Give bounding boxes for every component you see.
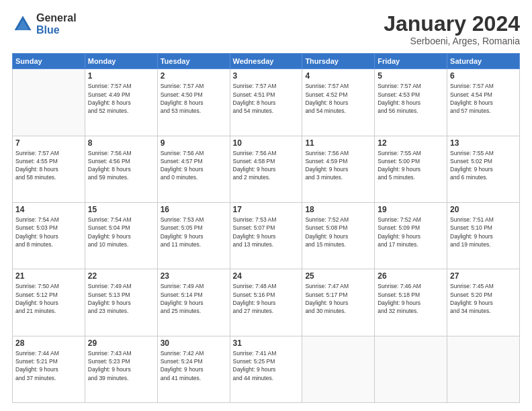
day-number: 25 [305,271,371,281]
table-row: 24Sunrise: 7:48 AMSunset: 5:16 PMDayligh… [230,269,302,336]
calendar-week-row: 7Sunrise: 7:57 AMSunset: 4:55 PMDaylight… [13,136,520,202]
day-info: Sunrise: 7:52 AMSunset: 5:08 PMDaylight:… [305,216,371,248]
day-number: 7 [15,138,82,148]
table-row: 1Sunrise: 7:57 AMSunset: 4:49 PMDaylight… [85,69,157,136]
day-number: 30 [161,338,227,348]
table-row: 31Sunrise: 7:41 AMSunset: 5:25 PMDayligh… [230,336,302,402]
logo-icon [12,13,34,35]
day-info: Sunrise: 7:46 AMSunset: 5:18 PMDaylight:… [378,282,444,315]
day-number: 16 [161,205,227,214]
table-row: 25Sunrise: 7:47 AMSunset: 5:17 PMDayligh… [302,269,375,336]
table-row: 17Sunrise: 7:53 AMSunset: 5:07 PMDayligh… [230,202,302,269]
day-info: Sunrise: 7:57 AMSunset: 4:54 PMDaylight:… [450,82,517,115]
day-number: 8 [88,138,154,148]
day-number: 9 [161,138,227,148]
day-info: Sunrise: 7:53 AMSunset: 5:07 PMDaylight:… [233,216,300,248]
table-row [13,69,85,136]
table-row: 22Sunrise: 7:49 AMSunset: 5:13 PMDayligh… [85,269,157,336]
table-row: 7Sunrise: 7:57 AMSunset: 4:55 PMDaylight… [13,136,85,202]
day-number: 6 [450,71,517,81]
table-row: 23Sunrise: 7:49 AMSunset: 5:14 PMDayligh… [157,269,230,336]
header: General Blue January 2024 Serboeni, Arge… [12,12,520,46]
day-number: 28 [15,338,82,348]
day-number: 18 [305,205,371,214]
table-row: 11Sunrise: 7:56 AMSunset: 4:59 PMDayligh… [302,136,375,202]
day-number: 27 [450,271,517,281]
calendar-title: January 2024 [384,12,520,36]
day-info: Sunrise: 7:41 AMSunset: 5:25 PMDaylight:… [233,349,300,382]
calendar-header-row: Sunday Monday Tuesday Wednesday Thursday… [13,54,520,69]
table-row: 16Sunrise: 7:53 AMSunset: 5:05 PMDayligh… [157,202,230,269]
day-info: Sunrise: 7:52 AMSunset: 5:09 PMDaylight:… [378,216,444,248]
table-row: 6Sunrise: 7:57 AMSunset: 4:54 PMDaylight… [447,69,520,136]
table-row [375,336,447,402]
day-number: 1 [88,71,154,81]
day-info: Sunrise: 7:54 AMSunset: 5:03 PMDaylight:… [15,216,82,248]
table-row: 14Sunrise: 7:54 AMSunset: 5:03 PMDayligh… [13,202,85,269]
calendar-table: Sunday Monday Tuesday Wednesday Thursday… [12,53,520,403]
day-info: Sunrise: 7:57 AMSunset: 4:55 PMDaylight:… [15,149,82,182]
day-info: Sunrise: 7:56 AMSunset: 4:57 PMDaylight:… [161,149,227,182]
day-number: 20 [450,205,517,214]
header-sunday: Sunday [13,54,85,69]
header-monday: Monday [85,54,157,69]
day-info: Sunrise: 7:55 AMSunset: 5:02 PMDaylight:… [450,149,517,182]
day-info: Sunrise: 7:57 AMSunset: 4:53 PMDaylight:… [378,82,444,115]
day-info: Sunrise: 7:57 AMSunset: 4:51 PMDaylight:… [233,82,300,115]
day-number: 3 [233,71,300,81]
table-row: 4Sunrise: 7:57 AMSunset: 4:52 PMDaylight… [302,69,375,136]
table-row: 19Sunrise: 7:52 AMSunset: 5:09 PMDayligh… [375,202,447,269]
calendar-week-row: 28Sunrise: 7:44 AMSunset: 5:21 PMDayligh… [13,336,520,402]
calendar-week-row: 1Sunrise: 7:57 AMSunset: 4:49 PMDaylight… [13,69,520,136]
table-row: 9Sunrise: 7:56 AMSunset: 4:57 PMDaylight… [157,136,230,202]
day-number: 19 [378,205,444,214]
day-number: 10 [233,138,300,148]
table-row: 2Sunrise: 7:57 AMSunset: 4:50 PMDaylight… [157,69,230,136]
page: General Blue January 2024 Serboeni, Arge… [0,0,532,411]
table-row: 12Sunrise: 7:55 AMSunset: 5:00 PMDayligh… [375,136,447,202]
table-row: 5Sunrise: 7:57 AMSunset: 4:53 PMDaylight… [375,69,447,136]
day-info: Sunrise: 7:55 AMSunset: 5:00 PMDaylight:… [378,149,444,182]
day-number: 22 [88,271,154,281]
day-number: 5 [378,71,444,81]
table-row: 26Sunrise: 7:46 AMSunset: 5:18 PMDayligh… [375,269,447,336]
table-row: 30Sunrise: 7:42 AMSunset: 5:24 PMDayligh… [157,336,230,402]
day-number: 26 [378,271,444,281]
table-row: 8Sunrise: 7:56 AMSunset: 4:56 PMDaylight… [85,136,157,202]
day-info: Sunrise: 7:45 AMSunset: 5:20 PMDaylight:… [450,282,517,315]
calendar-location: Serboeni, Arges, Romania [384,36,520,46]
day-info: Sunrise: 7:50 AMSunset: 5:12 PMDaylight:… [15,282,82,315]
header-wednesday: Wednesday [230,54,302,69]
day-number: 17 [233,205,300,214]
table-row [302,336,375,402]
day-number: 11 [305,138,371,148]
table-row: 15Sunrise: 7:54 AMSunset: 5:04 PMDayligh… [85,202,157,269]
day-number: 12 [378,138,444,148]
header-friday: Friday [375,54,447,69]
logo-text: General Blue [36,12,77,36]
calendar-week-row: 14Sunrise: 7:54 AMSunset: 5:03 PMDayligh… [13,202,520,269]
logo: General Blue [12,12,77,36]
day-info: Sunrise: 7:51 AMSunset: 5:10 PMDaylight:… [450,216,517,248]
day-info: Sunrise: 7:56 AMSunset: 4:58 PMDaylight:… [233,149,300,182]
table-row: 18Sunrise: 7:52 AMSunset: 5:08 PMDayligh… [302,202,375,269]
table-row: 28Sunrise: 7:44 AMSunset: 5:21 PMDayligh… [13,336,85,402]
table-row: 27Sunrise: 7:45 AMSunset: 5:20 PMDayligh… [447,269,520,336]
day-number: 13 [450,138,517,148]
table-row: 29Sunrise: 7:43 AMSunset: 5:23 PMDayligh… [85,336,157,402]
day-info: Sunrise: 7:57 AMSunset: 4:52 PMDaylight:… [305,82,371,115]
day-number: 2 [161,71,227,81]
day-info: Sunrise: 7:53 AMSunset: 5:05 PMDaylight:… [161,216,227,248]
logo-general-text: General [36,12,77,24]
day-info: Sunrise: 7:49 AMSunset: 5:13 PMDaylight:… [88,282,154,315]
day-info: Sunrise: 7:47 AMSunset: 5:17 PMDaylight:… [305,282,371,315]
header-saturday: Saturday [447,54,520,69]
logo-blue-text: Blue [36,24,77,36]
table-row: 3Sunrise: 7:57 AMSunset: 4:51 PMDaylight… [230,69,302,136]
day-info: Sunrise: 7:43 AMSunset: 5:23 PMDaylight:… [88,349,154,382]
day-number: 24 [233,271,300,281]
day-number: 29 [88,338,154,348]
day-number: 21 [15,271,82,281]
day-info: Sunrise: 7:56 AMSunset: 4:59 PMDaylight:… [305,149,371,182]
table-row: 13Sunrise: 7:55 AMSunset: 5:02 PMDayligh… [447,136,520,202]
